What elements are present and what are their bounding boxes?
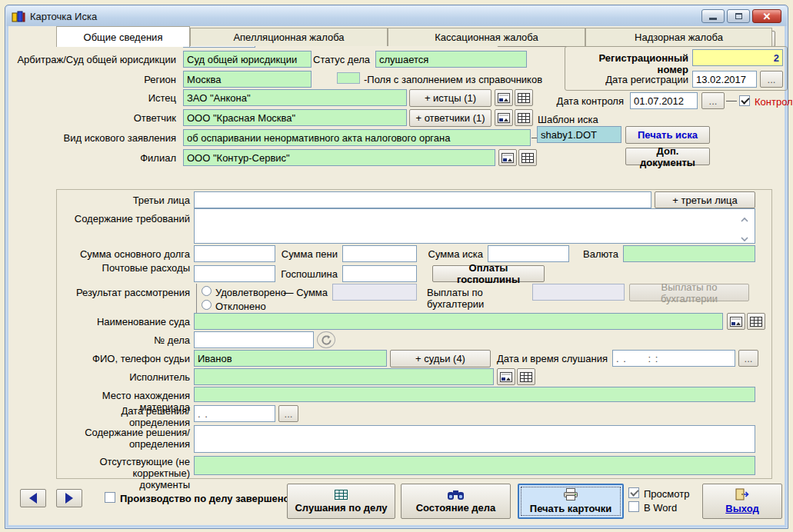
- material-location-input[interactable]: [194, 387, 755, 402]
- court-input[interactable]: [183, 51, 312, 68]
- judge-label: ФИО, телефон судьи: [57, 353, 190, 364]
- titlebar[interactable]: Карточка Иска ✕: [6, 6, 787, 26]
- executor-card-icon[interactable]: [497, 368, 515, 385]
- hearings-button[interactable]: Слушания по делу: [287, 484, 395, 519]
- claim-type-input[interactable]: [183, 129, 531, 146]
- scroll-up-icon[interactable]: [740, 213, 749, 224]
- hearing-browse-button[interactable]: ...: [738, 350, 758, 367]
- region-label: Регион: [8, 74, 176, 85]
- defendant-card-icon[interactable]: [495, 109, 513, 126]
- defendant-table-icon[interactable]: [515, 109, 533, 126]
- decision-content-textarea[interactable]: [194, 425, 755, 453]
- accounting-label: Выплаты по бухгалтерии: [427, 287, 528, 310]
- defendant-label: Ответчик: [8, 112, 176, 124]
- third-parties-input[interactable]: [194, 191, 651, 208]
- executor-input[interactable]: [194, 368, 494, 385]
- case-number-refresh-icon[interactable]: [317, 331, 335, 348]
- case-finished-checkbox[interactable]: [105, 492, 115, 503]
- close-button[interactable]: ✕: [752, 9, 781, 23]
- requirements-label: Содержание требований: [57, 213, 190, 224]
- next-record-button[interactable]: [56, 489, 82, 507]
- court-name-label: Наименование суда: [57, 316, 190, 328]
- tab-appeal[interactable]: Апелляционная жалоба: [190, 28, 388, 46]
- case-number-input[interactable]: [194, 331, 314, 348]
- status-input[interactable]: [375, 51, 527, 68]
- divider-line: [196, 284, 197, 313]
- branch-input[interactable]: [183, 149, 495, 166]
- third-parties-label: Третьи лица: [57, 195, 190, 206]
- decision-date-label: Дата решения/ определения: [80, 405, 190, 428]
- control-label: Контроль: [755, 96, 793, 108]
- tab-cassation[interactable]: Кассационная жалоба: [388, 28, 585, 46]
- branch-card-icon[interactable]: [498, 149, 517, 166]
- decision-date-browse-button[interactable]: ...: [278, 405, 298, 422]
- minimize-button[interactable]: [701, 9, 725, 23]
- missing-docs-input[interactable]: [194, 456, 755, 475]
- requirements-textarea[interactable]: [194, 208, 755, 244]
- currency-label: Валюта: [565, 248, 618, 260]
- registration-date-browse-button[interactable]: ...: [760, 71, 783, 88]
- control-date-label: Дата контроля: [539, 95, 624, 107]
- print-claim-button[interactable]: Печать иска: [625, 126, 710, 144]
- client-area: Номер иска По упрощенной системе Файлы O…: [8, 26, 785, 525]
- claim-sum-input[interactable]: [488, 245, 569, 262]
- word-checkbox[interactable]: [628, 501, 639, 512]
- prev-icon: [29, 493, 37, 504]
- control-checkbox[interactable]: [739, 95, 750, 106]
- control-date-input[interactable]: [630, 92, 698, 109]
- duty-input[interactable]: [342, 265, 417, 282]
- currency-input[interactable]: [623, 245, 755, 262]
- app-books-icon: [12, 10, 25, 22]
- claim-sum-label: Сумма иска: [415, 248, 483, 260]
- court-name-card-icon[interactable]: [727, 313, 745, 330]
- plaintiff-table-icon[interactable]: [515, 89, 533, 106]
- plaintiff-label: Истец: [8, 92, 176, 104]
- maximize-button[interactable]: [727, 9, 750, 23]
- court-name-input[interactable]: [194, 313, 723, 330]
- preview-checkbox[interactable]: [628, 487, 639, 498]
- main-debt-input[interactable]: [194, 245, 275, 262]
- result-rejected-radio[interactable]: [202, 300, 212, 310]
- executor-table-icon[interactable]: [517, 368, 535, 385]
- legend-swatch: [337, 72, 360, 84]
- judges-list-button[interactable]: + судьи (4): [390, 350, 491, 367]
- printer-icon: [563, 488, 578, 500]
- main-debt-label: Сумма основного долга: [57, 248, 190, 260]
- print-card-button-label: Печать карточки: [530, 503, 611, 514]
- plaintiff-card-icon[interactable]: [495, 89, 513, 106]
- defendants-list-button[interactable]: + ответчики (1): [409, 109, 491, 127]
- court-name-table-icon[interactable]: [747, 313, 765, 330]
- decision-date-input[interactable]: [194, 405, 275, 422]
- result-satisfied-radio[interactable]: [202, 286, 212, 296]
- control-date-browse-button[interactable]: ...: [701, 92, 725, 109]
- connector-line: [726, 101, 737, 101]
- exit-button[interactable]: Выход: [702, 484, 782, 519]
- branch-table-icon[interactable]: [518, 149, 537, 166]
- prev-record-button[interactable]: [20, 489, 46, 507]
- penalty-label: Сумма пени: [265, 248, 338, 260]
- penalty-input[interactable]: [342, 245, 417, 262]
- case-state-button[interactable]: Состояние дела: [401, 484, 511, 519]
- scroll-down-icon[interactable]: [740, 233, 749, 244]
- tab-general[interactable]: Общие сведения: [56, 26, 190, 47]
- template-file-input[interactable]: [537, 126, 621, 143]
- registration-date-input[interactable]: [692, 71, 757, 88]
- postal-input[interactable]: [194, 265, 275, 282]
- defendant-input[interactable]: [183, 109, 407, 126]
- judge-input[interactable]: [194, 350, 387, 367]
- plaintiffs-list-button[interactable]: + истцы (1): [409, 89, 491, 107]
- extra-docs-button[interactable]: Доп. документы: [625, 148, 710, 165]
- result-label: Результат рассмотрения: [57, 287, 190, 298]
- hearing-input[interactable]: [612, 350, 735, 367]
- region-input[interactable]: [183, 71, 312, 88]
- registration-number-input[interactable]: [692, 49, 783, 66]
- hearings-button-label: Слушания по делу: [295, 502, 387, 514]
- maximize-icon: [735, 13, 742, 19]
- tab-supervisory[interactable]: Надзорная жалоба: [585, 28, 772, 46]
- general-tab-panel: Третьи лица + третьи лица Содержание тре…: [56, 189, 772, 479]
- print-card-button[interactable]: Печать карточки: [518, 484, 624, 519]
- third-parties-button[interactable]: + третьи лица: [655, 191, 755, 208]
- duty-label: Госпошлина: [265, 268, 338, 280]
- plaintiff-input[interactable]: [183, 89, 407, 106]
- duty-payments-button[interactable]: Оплаты госпошлины: [432, 265, 545, 282]
